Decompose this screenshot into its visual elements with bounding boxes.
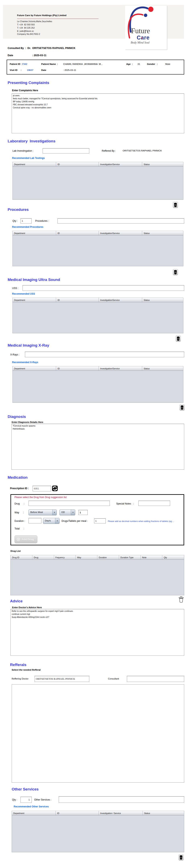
section-title-diagnosis: Diagnosis: [8, 414, 26, 419]
visit-date-value: : 2025-03-11: [63, 69, 76, 71]
lab-investigation-label: Lab Investingation :: [12, 149, 33, 152]
referring-doctor-input[interactable]: [35, 676, 89, 682]
uss-delete-button[interactable]: ↻: [176, 336, 181, 342]
section-title-xray: Medical Imaging X-Ray: [8, 343, 49, 348]
lab-referred-label: Reffered By :: [102, 149, 116, 152]
company-email: E: jude@future.sc: [17, 30, 34, 32]
gender-label: Gender :: [147, 63, 158, 65]
company-number: Company No.8417652-2: [17, 33, 40, 35]
column-header: Status: [142, 298, 183, 302]
consultation-page: Future Care by Future Holdings (Pty) Lim…: [0, 0, 187, 868]
recommended-xray-link[interactable]: Recommended X-Rays: [12, 361, 38, 364]
column-header: Investigation/Service: [99, 162, 142, 166]
lab-results-table: Department ID Investigation/Service Stat…: [12, 162, 183, 200]
other-services-delete-button[interactable]: ↻: [179, 854, 184, 861]
column-header: Qty: [162, 555, 184, 559]
lab-investigation-input[interactable]: [43, 148, 89, 153]
column-header: Status: [142, 162, 183, 166]
special-notes-input[interactable]: [138, 501, 170, 506]
referring-doctor-label: Reffering Doctor: [12, 678, 29, 680]
prescription-refresh-button[interactable]: [52, 485, 58, 491]
complaints-textarea[interactable]: pt seen. feels much better, managed for …: [12, 93, 184, 133]
header-divider: [17, 19, 99, 19]
prescription-id-input[interactable]: [33, 486, 51, 491]
chevron-down-icon: ▼: [55, 518, 59, 524]
column-header: ID: [56, 366, 99, 371]
other-services-input[interactable]: [59, 796, 184, 803]
column-header: Department: [13, 298, 56, 302]
procedures-qty-input[interactable]: [21, 218, 32, 223]
lab-delete-button[interactable]: ↻: [173, 202, 178, 208]
uss-label: USS :: [12, 287, 18, 289]
patient-id-label: Patient ID :: [10, 63, 22, 65]
meal-time-value: Before Meal: [29, 510, 52, 515]
visit-date-label: Date: [41, 69, 46, 71]
add-drug-button[interactable]: Add Drug: [14, 535, 37, 544]
other-qty-label: Qty :: [12, 798, 17, 801]
duration-input[interactable]: [29, 518, 41, 523]
gender-value: Male: [165, 63, 170, 65]
column-header: Duration Type: [119, 555, 141, 559]
trash-icon: ↻: [174, 270, 177, 275]
xray-table: Department ID Investigation/Service Stat…: [12, 366, 183, 403]
svg-text:↻: ↻: [181, 407, 183, 409]
company-address: Le Chainter,Victoria,Mahe,Seychelles: [17, 20, 52, 23]
company-name: Future Care by Future Holdings (Pty) Lim…: [17, 14, 66, 17]
patient-name-label: Patient Name :: [41, 63, 58, 65]
meal-time-select[interactable]: Before Meal ▼: [29, 509, 57, 515]
recommended-other-services-link[interactable]: Recommended Other Services: [14, 805, 49, 808]
xray-label: X-Rays :: [10, 353, 20, 356]
add-drug-label: Add Drug: [22, 538, 34, 541]
xray-delete-button[interactable]: ↻: [180, 404, 185, 411]
consult-date-label: Date: [8, 54, 13, 57]
diagnosis-textarea[interactable]: ?Cervical muscle spasms Helminthiasis: [11, 424, 184, 470]
special-notes-label: Special Notes :: [116, 502, 134, 505]
trash-icon: ↻: [176, 336, 180, 341]
age-label: Age :: [126, 63, 133, 65]
duration-unit-select[interactable]: Day/s ▼: [43, 518, 60, 524]
per-meal-input[interactable]: [94, 518, 106, 523]
xray-input[interactable]: [25, 352, 184, 357]
svg-text:↻: ↻: [180, 857, 182, 859]
total-label: Total :: [14, 527, 24, 530]
section-title-laboratory: Laboratory Investigations: [8, 139, 55, 144]
per-meal-label: Drugs/Tablets per meal :: [62, 520, 88, 522]
uss-input[interactable]: [23, 285, 184, 291]
frequency-select[interactable]: OD ▼: [60, 509, 75, 515]
consultant-input[interactable]: [127, 676, 184, 682]
column-header: ID: [56, 162, 99, 166]
column-header: Investigation / Service: [99, 811, 143, 815]
recommended-uss-link[interactable]: Recommended USS: [12, 292, 35, 295]
company-phone-1: T: +24 82 593 593: [17, 23, 35, 26]
frequency-qty-input[interactable]: [78, 510, 88, 515]
prescription-id-label: Prescription ID :: [10, 487, 29, 490]
advice-textarea[interactable]: Refer to see the orthopaedic surgeon for…: [10, 609, 184, 656]
other-qty-input[interactable]: [21, 797, 32, 803]
column-header: Drug ID: [11, 555, 32, 559]
recommended-lab-testings-link[interactable]: Recommended Lab Testings: [12, 157, 45, 159]
section-title-ultrasound: Medical Imaging Ultra Sound: [8, 278, 60, 282]
column-header: ID: [56, 298, 99, 302]
other-services-table: Department ID Investigation / Service St…: [12, 811, 184, 852]
other-services-label: Other Services :: [34, 798, 51, 801]
procedures-delete-button[interactable]: ↻: [173, 269, 178, 275]
column-header: ID: [56, 231, 99, 235]
diagnosis-label: Enter Diagnosis Details Here: [12, 421, 43, 423]
future-care-logo-icon: Future Care ♥ Body Mind Soul: [125, 6, 167, 50]
xray-table-header: Department ID Investigation/Service Stat…: [13, 366, 183, 371]
consult-date-value: : 2025-03-11: [32, 54, 46, 57]
procedures-label: Procedures :: [35, 219, 49, 222]
trash-icon: ↻: [174, 203, 177, 208]
column-header: Status: [142, 366, 183, 371]
fraction-note-text: Please add as decimal numbers when addin…: [108, 520, 184, 522]
drug-list-label: Drug List: [10, 550, 21, 552]
drug-input[interactable]: [29, 501, 110, 506]
recommended-procedures-link[interactable]: Recommended Procedures: [12, 225, 43, 228]
svg-text:↻: ↻: [178, 338, 179, 340]
section-title-procedures: Procedures: [8, 208, 29, 212]
uss-table: Department ID Investigation/Service Stat…: [12, 298, 183, 333]
advice-delete-button[interactable]: [178, 596, 184, 603]
procedures-table-header: Department ID Investigation/Service Stat…: [13, 231, 183, 236]
drug-label: Drug :: [14, 502, 24, 505]
procedures-input[interactable]: [58, 218, 184, 223]
